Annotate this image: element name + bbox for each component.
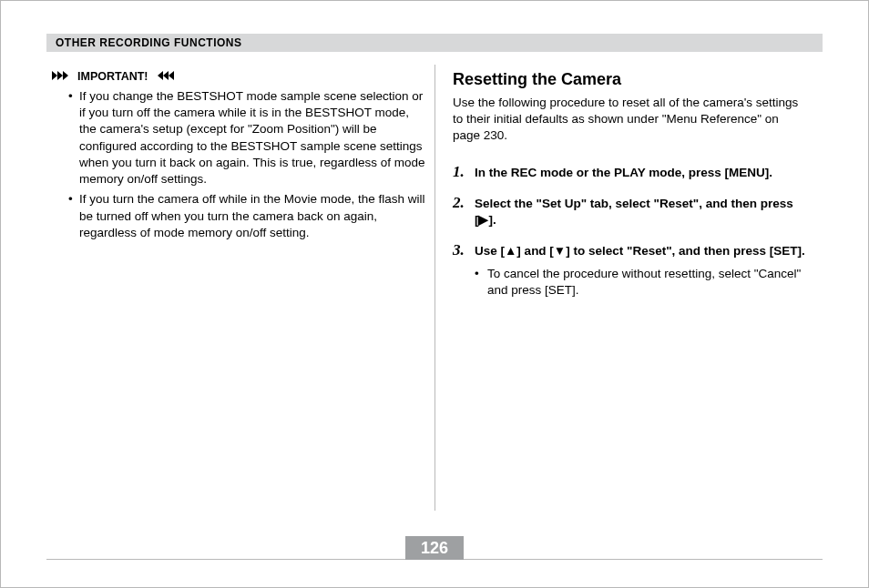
svg-marker-0	[52, 71, 57, 80]
section-header-bar: OTHER RECORDING FUNCTIONS	[46, 34, 823, 52]
step-text: Use [▲] and [▼] to select "Reset", and t…	[475, 243, 808, 259]
svg-marker-1	[57, 71, 63, 80]
manual-page: OTHER RECORDING FUNCTIONS IMPORTANT!	[0, 0, 869, 588]
svg-marker-4	[163, 71, 169, 80]
step-item: In the REC mode or the PLAY mode, press …	[453, 165, 808, 181]
section-header-title: OTHER RECORDING FUNCTIONS	[46, 36, 242, 49]
triangle-left-icon	[154, 70, 174, 83]
triangle-right-icon	[52, 70, 72, 83]
page-footer: 126	[46, 534, 823, 560]
column-divider	[434, 65, 435, 511]
svg-marker-3	[169, 71, 174, 80]
important-label: IMPORTANT!	[77, 70, 148, 83]
list-item: To cancel the procedure without resettin…	[475, 266, 808, 299]
important-heading: IMPORTANT!	[52, 70, 425, 83]
important-bullet-list: If you change the BESTSHOT mode sample s…	[68, 88, 425, 241]
step-item: Select the "Set Up" tab, select "Reset",…	[453, 196, 808, 228]
procedure-steps: In the REC mode or the PLAY mode, press …	[453, 165, 808, 299]
svg-marker-5	[158, 71, 163, 80]
content-columns: IMPORTANT! If you change the BESTSHOT mo…	[52, 65, 817, 523]
step-text: Select the "Set Up" tab, select "Reset",…	[475, 196, 808, 228]
step-text: In the REC mode or the PLAY mode, press …	[475, 165, 808, 181]
section-intro: Use the following procedure to reset all…	[453, 95, 808, 145]
list-item: If you turn the camera off while in the …	[68, 191, 425, 241]
svg-marker-2	[63, 71, 68, 80]
page-number: 126	[405, 536, 464, 560]
list-item: If you change the BESTSHOT mode sample s…	[68, 88, 425, 188]
right-column: Resetting the Camera Use the following p…	[434, 65, 817, 523]
step-item: Use [▲] and [▼] to select "Reset", and t…	[453, 243, 808, 299]
left-column: IMPORTANT! If you change the BESTSHOT mo…	[52, 65, 434, 523]
section-title: Resetting the Camera	[453, 70, 808, 89]
step-sub-list: To cancel the procedure without resettin…	[475, 266, 808, 299]
